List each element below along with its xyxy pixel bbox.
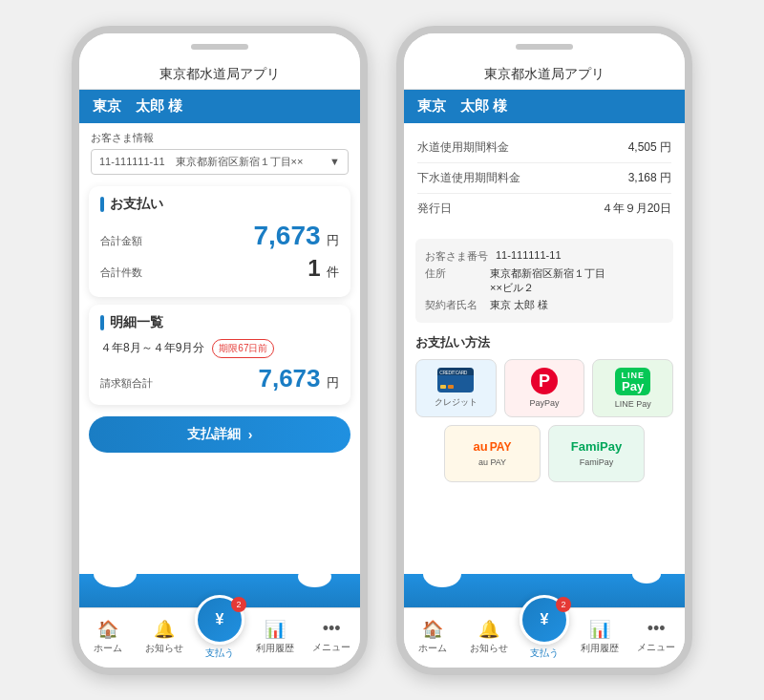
phone-speaker-left (191, 44, 248, 50)
pay-circle-right[interactable]: ¥ 2 (520, 595, 569, 645)
nav-label-home-left: ホーム (94, 642, 122, 655)
seikyuu-unit: 円 (327, 375, 339, 390)
payment-method-section: お支払い方法 CREDIT CARD (404, 329, 685, 486)
nav-label-news-left: お知らせ (145, 642, 183, 655)
nav-item-news-left[interactable]: 🔔 お知らせ (138, 619, 191, 655)
nav-item-home-right[interactable]: 🏠 ホーム (406, 619, 459, 655)
nav-item-pay-right[interactable]: ¥ 2 支払う (520, 614, 569, 660)
nav-item-news-right[interactable]: 🔔 お知らせ (462, 619, 516, 655)
home-icon: 🏠 (97, 619, 118, 640)
meisai-section-title: 明細一覧 (110, 314, 163, 331)
app-title-left: 東京都水道局アプリ (159, 66, 280, 81)
nav-label-news-right: お知らせ (470, 642, 508, 655)
chevron-right-icon: › (248, 427, 253, 442)
app-header-left: 東京都水道局アプリ (79, 60, 360, 90)
billing-row-date: 発行日 ４年９月20日 (417, 194, 671, 223)
info-label-customer-no: お客さま番号 (425, 249, 488, 264)
nav-label-history-left: 利用履歴 (256, 642, 294, 655)
payment-method-title: お支払い方法 (415, 334, 673, 351)
pay-badge-right: 2 (556, 597, 571, 612)
right-phone: 東京都水道局アプリ 東京 太郎 様 水道使用期間料金 4,505 円 下水道使用… (396, 26, 692, 675)
nav-item-history-right[interactable]: 📊 利用履歴 (573, 619, 626, 655)
info-value-contractor: 東京 太郎 様 (490, 298, 548, 312)
detail-button-label: 支払詳細 (187, 426, 241, 443)
billing-label-sewer: 下水道使用期間料金 (417, 170, 520, 186)
total-label: 合計金額 (100, 234, 142, 248)
paypay-icon: P (531, 368, 558, 394)
user-bar-left: 東京 太郎 様 (79, 90, 360, 123)
app-header-right: 東京都水道局アプリ (404, 60, 685, 90)
yen-icon: ¥ (216, 611, 224, 628)
bottom-nav-left: 🏠 ホーム 🔔 お知らせ ¥ 2 支払う 📊 利用履歴 ••• メニュー (79, 607, 360, 668)
seikyuu-row: 請求額合計 7,673 円 (100, 364, 339, 393)
info-value-customer-no: 11-111111-11 (496, 249, 562, 264)
payment-btn-famipay[interactable]: FamiPay FamiPay (548, 425, 645, 482)
nav-item-menu-left[interactable]: ••• メニュー (305, 619, 358, 654)
payment-methods-grid: CREDIT CARD クレジット P PayPay LINE (415, 359, 673, 417)
info-row-contractor: 契約者氏名 東京 太郎 様 (425, 298, 664, 312)
bottom-nav-right: 🏠 ホーム 🔔 お知らせ ¥ 2 支払う 📊 利用履歴 ••• メニュー (404, 607, 685, 668)
customer-info-label: お客さま情報 (91, 131, 349, 145)
pay-circle[interactable]: ¥ 2 (195, 595, 244, 645)
nav-label-pay-right: 支払う (530, 647, 559, 660)
nav-item-pay-left[interactable]: ¥ 2 支払う (195, 614, 244, 660)
payment-btn-aupay[interactable]: au PAY au PAY (444, 425, 541, 482)
nav-label-history-right: 利用履歴 (581, 642, 619, 655)
pm-label-aupay: au PAY (478, 457, 506, 467)
nav-label-menu-right: メニュー (637, 641, 675, 654)
payment-btn-credit[interactable]: CREDIT CARD クレジット (415, 359, 497, 417)
yen-icon-right: ¥ (541, 611, 549, 628)
payment-card: お支払い 合計金額 7,673 円 合計件数 1 件 (89, 186, 350, 297)
card-title-bar (100, 197, 104, 212)
pm-label-credit: クレジット (435, 396, 478, 409)
nav-item-home-left[interactable]: 🏠 ホーム (81, 619, 135, 655)
nav-label-menu-left: メニュー (312, 641, 350, 654)
home-icon-right: 🏠 (422, 619, 443, 640)
total-amount-row: 合計金額 7,673 円 (100, 221, 339, 251)
info-row-customer-no: お客さま番号 11-111111-11 (425, 249, 664, 264)
nav-label-pay-left: 支払う (205, 647, 234, 660)
count-unit: 件 (327, 265, 339, 279)
payment-methods-row2: au PAY au PAY FamiPay FamiPay (415, 425, 673, 482)
billing-value-sewer: 3,168 円 (628, 170, 671, 186)
meisai-date: ４年8月～４年9月分 (100, 340, 204, 356)
more-icon-right: ••• (647, 619, 666, 639)
page-wrapper: 東京都水道局アプリ 東京 太郎 様 お客さま情報 11-111111-11 東京… (0, 0, 764, 700)
left-screen-content: お客さま情報 11-111111-11 東京都新宿区新宿１丁目×× ▼ お支払い… (79, 123, 360, 607)
chart-icon-right: 📊 (589, 619, 610, 640)
seikyuu-amount: 7,673 (258, 364, 320, 392)
bell-icon: 🔔 (154, 619, 175, 640)
total-amount: 7,673 (253, 221, 320, 250)
billing-row-sewer: 下水道使用期間料金 3,168 円 (417, 163, 671, 194)
detail-button[interactable]: 支払詳細 › (89, 416, 350, 453)
right-screen-content: 水道使用期間料金 4,505 円 下水道使用期間料金 3,168 円 発行日 ４… (404, 123, 685, 607)
customer-info-section: お客さま情報 11-111111-11 東京都新宿区新宿１丁目×× ▼ (79, 123, 360, 179)
deadline-badge: 期限67日前 (212, 339, 274, 358)
chart-icon: 📊 (265, 619, 286, 640)
count-row: 合計件数 1 件 (100, 255, 339, 282)
info-row-address: 住所 東京都新宿区新宿１丁目××ビル２ (425, 266, 664, 295)
user-bar-right: 東京 太郎 様 (404, 90, 685, 123)
total-unit: 円 (327, 233, 339, 247)
payment-card-title: お支払い (100, 196, 339, 213)
count-label: 合計件数 (100, 265, 142, 280)
meisai-card: 明細一覧 ４年8月～４年9月分 期限67日前 請求額合計 7,673 円 (89, 305, 350, 405)
pm-label-famipay: FamiPay (580, 457, 614, 467)
nav-label-home-right: ホーム (418, 642, 447, 655)
famipay-icon: FamiPay (571, 439, 622, 454)
nav-item-menu-right[interactable]: ••• メニュー (629, 619, 683, 654)
aupay-icon: au PAY (474, 439, 512, 454)
payment-btn-linepay[interactable]: LINE Pay LINE Pay (592, 359, 673, 417)
pm-label-paypay: PayPay (529, 398, 559, 408)
billing-row-water: 水道使用期間料金 4,505 円 (417, 133, 671, 163)
info-value-address: 東京都新宿区新宿１丁目××ビル２ (490, 266, 605, 295)
nav-item-history-left[interactable]: 📊 利用履歴 (248, 619, 302, 655)
info-label-address: 住所 (425, 266, 482, 295)
pm-label-linepay: LINE Pay (615, 399, 651, 409)
payment-btn-paypay[interactable]: P PayPay (504, 359, 585, 417)
meisai-card-title: 明細一覧 (100, 314, 339, 331)
customer-dropdown[interactable]: 11-111111-11 東京都新宿区新宿１丁目×× ▼ (91, 149, 349, 175)
info-label-contractor: 契約者氏名 (425, 298, 482, 312)
linepay-icon: LINE Pay (615, 368, 650, 395)
chevron-down-icon: ▼ (329, 156, 340, 167)
